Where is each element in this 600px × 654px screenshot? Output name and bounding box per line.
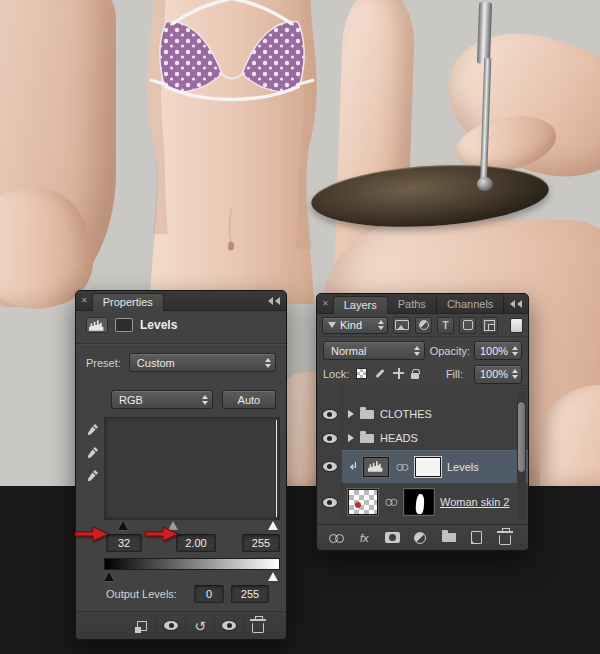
output-high-field[interactable]: 255 — [231, 585, 269, 603]
preset-dropdown[interactable]: Custom — [129, 353, 276, 372]
lock-pixels-button[interactable] — [374, 367, 386, 381]
updown-arrows-icon — [512, 369, 518, 379]
auto-button[interactable]: Auto — [222, 390, 276, 409]
channel-value: RGB — [119, 394, 198, 406]
lock-all-button[interactable] — [411, 368, 419, 381]
clip-to-layer-button[interactable] — [127, 616, 156, 636]
kind-filter-dropdown[interactable]: Kind — [322, 317, 388, 334]
histogram-display[interactable] — [104, 417, 280, 520]
eye-icon — [164, 621, 178, 630]
close-icon[interactable]: ✕ — [76, 291, 92, 311]
shadow-input-slider[interactable] — [118, 521, 128, 530]
channel-dropdown[interactable]: RGB — [111, 390, 213, 409]
link-layers-button[interactable] — [325, 528, 347, 548]
collapse-panel-icon[interactable] — [268, 297, 280, 305]
shadow-input-field[interactable]: 32 — [106, 534, 142, 552]
close-icon[interactable]: ✕ — [317, 294, 333, 314]
new-adjustment-layer-button[interactable] — [409, 528, 431, 548]
delete-layer-button[interactable] — [494, 528, 516, 548]
layer-thumbnail[interactable] — [348, 489, 378, 515]
scrollbar-thumb[interactable] — [517, 401, 526, 473]
previous-state-button[interactable] — [156, 616, 185, 636]
stand-rod-upper — [477, 2, 492, 64]
layer-name[interactable]: HEADS — [380, 432, 418, 444]
new-layer-button[interactable] — [466, 528, 488, 548]
tab-paths[interactable]: Paths — [388, 294, 437, 314]
layer-name[interactable]: Levels — [447, 461, 479, 473]
adjustment-layer-thumbnail[interactable] — [363, 457, 389, 477]
properties-titlebar[interactable]: ✕ Properties — [76, 291, 286, 311]
layer-row-clothes[interactable]: CLOTHES — [317, 402, 528, 426]
filter-type-layers-button[interactable]: T — [437, 317, 454, 334]
mask-link-icon[interactable] — [385, 499, 396, 505]
gray-point-eyedropper-icon[interactable] — [85, 444, 101, 460]
filter-adjustment-layers-button[interactable] — [415, 317, 432, 334]
blend-row: Normal Opacity: 100% — [317, 338, 528, 363]
fill-dropdown[interactable]: 100% — [474, 365, 522, 384]
mask-icon — [385, 532, 400, 543]
figure-female-torso-bikini — [130, 0, 335, 304]
input-slider-track — [104, 521, 280, 531]
lock-position-button[interactable] — [393, 368, 404, 381]
output-black-slider[interactable] — [104, 572, 114, 581]
layer-mask-thumbnail[interactable] — [404, 489, 434, 515]
filter-pixel-layers-button[interactable] — [393, 317, 410, 334]
reset-button[interactable]: ↺ — [185, 616, 214, 636]
visibility-toggle[interactable] — [317, 483, 342, 521]
white-point-eyedropper-icon[interactable] — [85, 467, 101, 483]
triangle-left-icon — [510, 300, 515, 308]
visibility-toggle[interactable] — [317, 402, 342, 426]
toggle-visibility-button[interactable] — [214, 616, 243, 636]
visibility-toggle[interactable] — [317, 426, 342, 450]
updown-arrows-icon — [202, 395, 208, 405]
adjustment-title: Levels — [140, 318, 177, 332]
opacity-dropdown[interactable]: 100% — [474, 341, 522, 360]
new-group-button[interactable] — [438, 528, 460, 548]
lock-icon — [411, 373, 419, 379]
delete-adjustment-button[interactable] — [243, 616, 272, 636]
tab-layers[interactable]: Layers — [333, 296, 388, 314]
black-point-eyedropper-icon[interactable] — [85, 421, 101, 437]
eye-icon — [323, 410, 337, 419]
layer-name[interactable]: CLOTHES — [380, 408, 432, 420]
annotation-arrow — [144, 524, 180, 544]
folder-icon — [360, 410, 374, 419]
eye-icon — [222, 621, 236, 630]
photoshop-workspace: ✕ Properties Levels Preset: Custom RGB — [0, 0, 600, 654]
layer-name[interactable]: Woman skin 2 — [440, 496, 510, 508]
collapse-panel-icon[interactable] — [510, 300, 522, 308]
mask-link-icon[interactable] — [396, 463, 407, 469]
adjustment-icon — [419, 320, 429, 330]
layer-style-button[interactable]: fx — [353, 528, 375, 548]
tab-properties[interactable]: Properties — [92, 293, 164, 311]
disclosure-triangle-icon[interactable] — [348, 434, 354, 442]
visibility-toggle[interactable] — [317, 450, 342, 483]
layer-row-woman-skin[interactable]: Woman skin 2 — [317, 483, 528, 521]
layer-row-heads[interactable]: HEADS — [317, 426, 528, 450]
layer-row-levels-selected[interactable]: Levels — [317, 450, 528, 483]
mask-icon — [115, 318, 133, 332]
eyedropper-tools — [85, 421, 101, 483]
kind-filter-value: Kind — [340, 319, 374, 331]
divider — [76, 343, 286, 344]
preset-value: Custom — [137, 357, 261, 369]
disclosure-triangle-icon[interactable] — [348, 410, 354, 418]
highlight-input-field[interactable]: 255 — [242, 534, 280, 552]
adjustment-header: Levels — [86, 317, 177, 333]
blend-mode-dropdown[interactable]: Normal — [323, 341, 425, 360]
updown-arrows-icon — [378, 320, 384, 330]
filter-shape-layers-button[interactable] — [459, 317, 476, 334]
filter-toggle-switch[interactable] — [510, 318, 523, 333]
lock-transparency-button[interactable] — [356, 368, 367, 381]
layer-mask-thumbnail[interactable] — [415, 457, 441, 477]
layers-titlebar[interactable]: ✕ Layers Paths Channels — [317, 294, 528, 314]
preset-label: Preset: — [86, 357, 121, 369]
output-low-field[interactable]: 0 — [194, 585, 224, 603]
eye-icon — [323, 498, 337, 507]
midtone-input-field[interactable]: 2.00 — [176, 534, 216, 552]
add-layer-mask-button[interactable] — [381, 528, 403, 548]
highlight-input-slider[interactable] — [268, 521, 278, 530]
output-white-slider[interactable] — [268, 572, 278, 581]
tab-channels[interactable]: Channels — [437, 294, 504, 314]
filter-smart-objects-button[interactable] — [481, 317, 498, 334]
